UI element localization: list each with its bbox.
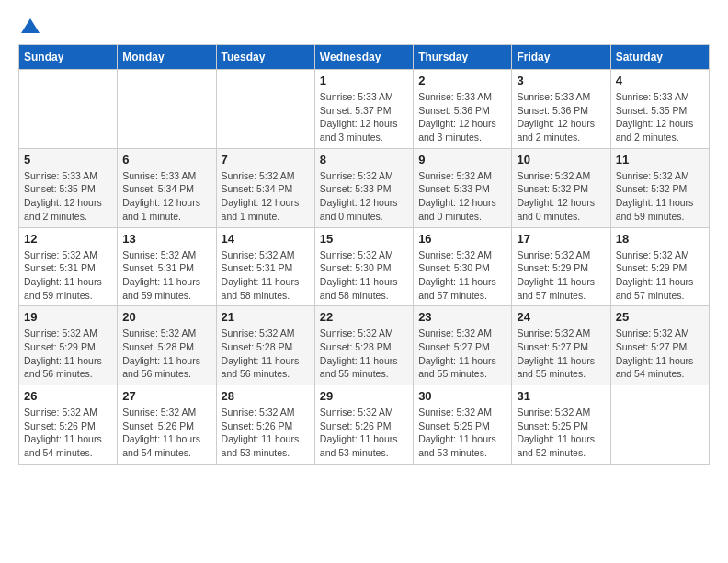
- day-number: 16: [418, 232, 506, 246]
- day-number: 3: [517, 74, 605, 87]
- day-info: Sunrise: 5:32 AM Sunset: 5:28 PM Dayligh…: [122, 327, 210, 381]
- day-number: 30: [418, 389, 506, 403]
- logo-triangle-icon: [21, 18, 40, 33]
- day-number: 5: [24, 153, 112, 167]
- day-number: 14: [222, 232, 310, 246]
- day-cell-4: 4Sunrise: 5:33 AM Sunset: 5:35 PM Daylig…: [610, 70, 709, 149]
- day-number: 10: [517, 153, 605, 167]
- week-row-5: 26Sunrise: 5:32 AM Sunset: 5:26 PM Dayli…: [19, 385, 710, 465]
- day-cell-23: 23Sunrise: 5:32 AM Sunset: 5:27 PM Dayli…: [414, 306, 512, 385]
- day-info: Sunrise: 5:32 AM Sunset: 5:26 PM Dayligh…: [320, 406, 408, 460]
- day-cell-19: 19Sunrise: 5:32 AM Sunset: 5:29 PM Dayli…: [19, 306, 118, 385]
- day-info: Sunrise: 5:32 AM Sunset: 5:32 PM Dayligh…: [517, 169, 605, 224]
- day-info: Sunrise: 5:32 AM Sunset: 5:27 PM Dayligh…: [517, 327, 605, 381]
- day-number: 23: [418, 310, 506, 324]
- day-number: 1: [320, 74, 408, 87]
- day-cell-28: 28Sunrise: 5:32 AM Sunset: 5:26 PM Dayli…: [216, 385, 314, 465]
- day-number: 28: [222, 389, 310, 403]
- calendar-table: SundayMondayTuesdayWednesdayThursdayFrid…: [18, 44, 710, 465]
- day-info: Sunrise: 5:32 AM Sunset: 5:26 PM Dayligh…: [24, 406, 112, 460]
- day-info: Sunrise: 5:33 AM Sunset: 5:36 PM Dayligh…: [418, 90, 506, 144]
- day-info: Sunrise: 5:32 AM Sunset: 5:28 PM Dayligh…: [320, 327, 408, 381]
- day-number: 27: [122, 389, 210, 403]
- day-cell-3: 3Sunrise: 5:33 AM Sunset: 5:36 PM Daylig…: [512, 70, 610, 149]
- day-number: 9: [418, 153, 506, 167]
- day-number: 6: [122, 153, 210, 167]
- weekday-header-wednesday: Wednesday: [314, 45, 413, 70]
- day-info: Sunrise: 5:33 AM Sunset: 5:35 PM Dayligh…: [616, 90, 704, 144]
- day-info: Sunrise: 5:32 AM Sunset: 5:27 PM Dayligh…: [616, 327, 704, 381]
- day-cell-22: 22Sunrise: 5:32 AM Sunset: 5:28 PM Dayli…: [314, 306, 413, 385]
- day-info: Sunrise: 5:33 AM Sunset: 5:36 PM Dayligh…: [517, 90, 605, 144]
- day-number: 29: [320, 389, 408, 403]
- day-info: Sunrise: 5:32 AM Sunset: 5:34 PM Dayligh…: [222, 169, 310, 224]
- day-info: Sunrise: 5:33 AM Sunset: 5:35 PM Dayligh…: [24, 169, 112, 224]
- day-info: Sunrise: 5:32 AM Sunset: 5:26 PM Dayligh…: [122, 406, 210, 460]
- weekday-header-friday: Friday: [512, 45, 610, 70]
- day-cell-30: 30Sunrise: 5:32 AM Sunset: 5:25 PM Dayli…: [414, 385, 512, 465]
- day-cell-31: 31Sunrise: 5:32 AM Sunset: 5:25 PM Dayli…: [512, 385, 610, 465]
- day-number: 17: [517, 232, 605, 246]
- day-cell-25: 25Sunrise: 5:32 AM Sunset: 5:27 PM Dayli…: [610, 306, 709, 385]
- day-cell-5: 5Sunrise: 5:33 AM Sunset: 5:35 PM Daylig…: [19, 148, 118, 227]
- day-info: Sunrise: 5:32 AM Sunset: 5:25 PM Dayligh…: [517, 406, 605, 460]
- weekday-header-sunday: Sunday: [19, 45, 118, 70]
- week-row-1: 1Sunrise: 5:33 AM Sunset: 5:37 PM Daylig…: [19, 70, 710, 149]
- day-cell-21: 21Sunrise: 5:32 AM Sunset: 5:28 PM Dayli…: [216, 306, 314, 385]
- day-cell-17: 17Sunrise: 5:32 AM Sunset: 5:29 PM Dayli…: [512, 227, 610, 306]
- day-number: 8: [320, 153, 408, 167]
- day-cell-18: 18Sunrise: 5:32 AM Sunset: 5:29 PM Dayli…: [610, 227, 709, 306]
- day-number: 22: [320, 310, 408, 324]
- day-cell-2: 2Sunrise: 5:33 AM Sunset: 5:36 PM Daylig…: [414, 70, 512, 149]
- day-cell-8: 8Sunrise: 5:32 AM Sunset: 5:33 PM Daylig…: [314, 148, 413, 227]
- day-info: Sunrise: 5:32 AM Sunset: 5:29 PM Dayligh…: [517, 248, 605, 303]
- day-info: Sunrise: 5:32 AM Sunset: 5:28 PM Dayligh…: [222, 327, 310, 381]
- day-number: 4: [616, 74, 704, 87]
- day-number: 2: [418, 74, 506, 87]
- day-number: 18: [616, 232, 704, 246]
- weekday-header-tuesday: Tuesday: [216, 45, 314, 70]
- day-number: 7: [222, 153, 310, 167]
- day-info: Sunrise: 5:32 AM Sunset: 5:31 PM Dayligh…: [122, 248, 210, 303]
- day-cell-16: 16Sunrise: 5:32 AM Sunset: 5:30 PM Dayli…: [414, 227, 512, 306]
- weekday-header-row: SundayMondayTuesdayWednesdayThursdayFrid…: [19, 45, 710, 70]
- day-number: 26: [24, 389, 112, 403]
- day-cell-14: 14Sunrise: 5:32 AM Sunset: 5:31 PM Dayli…: [216, 227, 314, 306]
- day-cell-11: 11Sunrise: 5:32 AM Sunset: 5:32 PM Dayli…: [610, 148, 709, 227]
- empty-cell: [610, 385, 709, 465]
- day-info: Sunrise: 5:32 AM Sunset: 5:30 PM Dayligh…: [418, 248, 506, 303]
- week-row-4: 19Sunrise: 5:32 AM Sunset: 5:29 PM Dayli…: [19, 306, 710, 385]
- day-number: 25: [616, 310, 704, 324]
- day-number: 15: [320, 232, 408, 246]
- day-info: Sunrise: 5:32 AM Sunset: 5:33 PM Dayligh…: [418, 169, 506, 224]
- day-info: Sunrise: 5:32 AM Sunset: 5:26 PM Dayligh…: [222, 406, 310, 460]
- day-cell-7: 7Sunrise: 5:32 AM Sunset: 5:34 PM Daylig…: [216, 148, 314, 227]
- day-info: Sunrise: 5:33 AM Sunset: 5:34 PM Dayligh…: [122, 169, 210, 224]
- day-cell-15: 15Sunrise: 5:32 AM Sunset: 5:30 PM Dayli…: [314, 227, 413, 306]
- day-cell-29: 29Sunrise: 5:32 AM Sunset: 5:26 PM Dayli…: [314, 385, 413, 465]
- week-row-2: 5Sunrise: 5:33 AM Sunset: 5:35 PM Daylig…: [19, 148, 710, 227]
- empty-cell: [118, 70, 216, 149]
- day-number: 13: [122, 232, 210, 246]
- day-info: Sunrise: 5:32 AM Sunset: 5:29 PM Dayligh…: [616, 248, 704, 303]
- day-info: Sunrise: 5:32 AM Sunset: 5:29 PM Dayligh…: [24, 327, 112, 381]
- page-header: [18, 18, 710, 35]
- empty-cell: [19, 70, 118, 149]
- weekday-header-monday: Monday: [118, 45, 216, 70]
- day-info: Sunrise: 5:32 AM Sunset: 5:30 PM Dayligh…: [320, 248, 408, 303]
- day-number: 24: [517, 310, 605, 324]
- day-cell-12: 12Sunrise: 5:32 AM Sunset: 5:31 PM Dayli…: [19, 227, 118, 306]
- day-cell-1: 1Sunrise: 5:33 AM Sunset: 5:37 PM Daylig…: [314, 70, 413, 149]
- day-number: 20: [122, 310, 210, 324]
- day-number: 11: [616, 153, 704, 167]
- day-cell-27: 27Sunrise: 5:32 AM Sunset: 5:26 PM Dayli…: [118, 385, 216, 465]
- weekday-header-saturday: Saturday: [610, 45, 709, 70]
- weekday-header-thursday: Thursday: [414, 45, 512, 70]
- day-info: Sunrise: 5:32 AM Sunset: 5:32 PM Dayligh…: [616, 169, 704, 224]
- day-number: 19: [24, 310, 112, 324]
- logo: [18, 18, 40, 35]
- day-cell-24: 24Sunrise: 5:32 AM Sunset: 5:27 PM Dayli…: [512, 306, 610, 385]
- day-info: Sunrise: 5:32 AM Sunset: 5:33 PM Dayligh…: [320, 169, 408, 224]
- day-info: Sunrise: 5:32 AM Sunset: 5:25 PM Dayligh…: [418, 406, 506, 460]
- day-cell-26: 26Sunrise: 5:32 AM Sunset: 5:26 PM Dayli…: [19, 385, 118, 465]
